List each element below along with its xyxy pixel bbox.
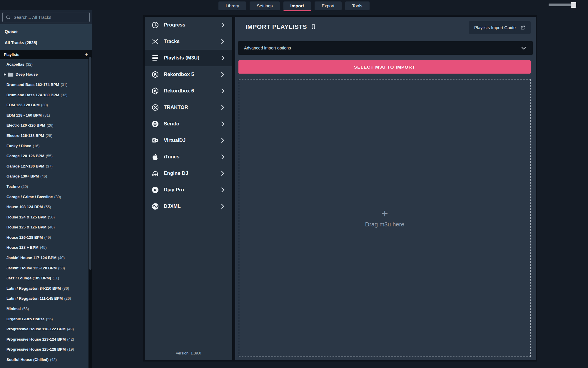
playlist-folder[interactable]: Deep House bbox=[0, 69, 92, 80]
playlist-name: House 128 + BPM bbox=[6, 245, 39, 250]
playlist-count: (36) bbox=[62, 286, 69, 291]
playlist-item[interactable]: Progressive House 123-124 BPM(42) bbox=[0, 334, 92, 344]
guide-button-label: Playlists Import Guide bbox=[474, 25, 516, 30]
playlist-count: (37) bbox=[46, 164, 53, 168]
playlist-name: Jackin' House 125-128 BPM bbox=[6, 266, 57, 270]
playlist-name: House 125 & 126 BPM bbox=[6, 225, 46, 229]
sidebar-scrollbar[interactable] bbox=[88, 56, 92, 368]
chevron-right-icon bbox=[219, 187, 226, 193]
playlist-item[interactable]: House 126-128 BPM(49) bbox=[0, 232, 92, 243]
import-source-tracks[interactable]: Tracks bbox=[145, 33, 232, 50]
playlist-item[interactable]: Drum and Bass 162-174 BPM(31) bbox=[0, 79, 92, 90]
search-box[interactable] bbox=[2, 12, 90, 22]
playlist-item[interactable]: Garage / Grime / Bassline(30) bbox=[0, 192, 92, 202]
add-playlist-button[interactable]: + bbox=[84, 52, 88, 58]
nav-tab-library[interactable]: Library bbox=[218, 1, 246, 10]
playlist-item[interactable]: Jackin' House 125-128 BPM(53) bbox=[0, 263, 92, 273]
playlist-item[interactable]: Progressive House 125-128 BPM(19) bbox=[0, 344, 92, 355]
playlist-item[interactable]: Minimal(63) bbox=[0, 304, 92, 314]
nav-tab-settings[interactable]: Settings bbox=[250, 1, 280, 10]
playlist-count: (42) bbox=[67, 337, 74, 342]
import-source-label: Engine DJ bbox=[164, 170, 219, 176]
nav-tab-export[interactable]: Export bbox=[315, 1, 341, 10]
traktor-icon bbox=[151, 104, 160, 111]
import-source-djay-pro[interactable]: Djay Pro bbox=[145, 182, 232, 198]
sidebar-scrollbar-thumb[interactable] bbox=[89, 57, 91, 270]
rekordbox-icon bbox=[151, 87, 160, 95]
playlist-item[interactable]: Garage 130+ BPM(46) bbox=[0, 171, 92, 182]
playlist-item[interactable]: House 125 & 126 BPM(48) bbox=[0, 222, 92, 233]
playlist-item[interactable]: Garage 120-126 BPM(55) bbox=[0, 151, 92, 161]
chevron-right-icon bbox=[219, 55, 226, 61]
sidebar-item-all-tracks-2525[interactable]: All Tracks (2525) bbox=[0, 37, 92, 48]
playlist-name: EDM 128 - 160 BPM bbox=[6, 113, 42, 117]
page-title: IMPORT PLAYLISTS bbox=[245, 23, 307, 30]
import-source-itunes[interactable]: iTunes bbox=[145, 149, 232, 165]
playlists-import-guide-button[interactable]: Playlists Import Guide bbox=[469, 21, 531, 34]
chevron-right-icon bbox=[219, 71, 226, 78]
playlist-item[interactable]: Latin / Reggaeton 84-110 BPM(36) bbox=[0, 283, 92, 294]
playlist-item[interactable]: Progressive House 118-122 BPM(49) bbox=[0, 324, 92, 334]
chevron-right-icon bbox=[219, 88, 226, 94]
playlist-item[interactable]: Funky / Disco(16) bbox=[0, 141, 92, 151]
m3u-dropzone[interactable]: + Drag m3u here bbox=[239, 79, 531, 357]
playlist-name: Latin / Reggaeton 84-110 BPM bbox=[6, 286, 61, 291]
playlist-count: (50) bbox=[48, 215, 55, 219]
djxml-icon bbox=[151, 203, 160, 210]
playlist-item[interactable]: Organic / Afro House(55) bbox=[0, 314, 92, 324]
import-source-label: Progress bbox=[164, 22, 219, 28]
chevron-right-icon bbox=[219, 154, 226, 160]
tracks-shuffle-icon bbox=[151, 38, 160, 45]
playlist-name: Garage 127-130 BPM bbox=[6, 164, 44, 168]
playlist-name: Garage / Grime / Bassline bbox=[6, 195, 53, 199]
playlist-item[interactable]: Drum and Bass 174-180 BPM(32) bbox=[0, 90, 92, 100]
playlist-count: (55) bbox=[44, 205, 51, 209]
playlist-list: Acapellas(32)Deep HouseDrum and Bass 162… bbox=[0, 59, 92, 368]
import-source-label: Serato bbox=[164, 121, 219, 127]
nav-tab-tools[interactable]: Tools bbox=[345, 1, 370, 10]
import-source-serato[interactable]: Serato bbox=[145, 116, 232, 132]
playlist-item[interactable]: EDM 128 - 160 BPM(31) bbox=[0, 110, 92, 120]
import-source-traktor[interactable]: TRAKTOR bbox=[145, 99, 232, 116]
playlist-item[interactable]: Garage 127-130 BPM(37) bbox=[0, 161, 92, 171]
import-source-virtualdj[interactable]: VirtualDJ bbox=[145, 132, 232, 149]
playlist-item[interactable]: Jazz / Lounge (105 BPM)(11) bbox=[0, 273, 92, 283]
playlist-count: (32) bbox=[26, 62, 33, 67]
import-source-engine-dj[interactable]: Engine DJ bbox=[145, 165, 232, 182]
chevron-right-icon bbox=[219, 104, 226, 111]
import-source-progress[interactable]: Progress bbox=[145, 17, 232, 33]
import-source-rekordbox-6[interactable]: Rekordbox 6 bbox=[145, 83, 232, 99]
import-source-playlists-m3u[interactable]: Playlists (M3U) bbox=[145, 50, 232, 66]
bookmark-icon[interactable] bbox=[310, 24, 316, 30]
folder-icon bbox=[8, 72, 14, 77]
playlist-item[interactable]: Techno(20) bbox=[0, 181, 92, 192]
playlist-item[interactable]: Jackin' House 117-124 BPM(40) bbox=[0, 253, 92, 263]
playlist-item[interactable]: Soulful House (Deep)(33) bbox=[0, 365, 92, 368]
playlist-count: (26) bbox=[47, 123, 54, 127]
search-input[interactable] bbox=[14, 15, 86, 20]
playlist-name: House 124 & 125 BPM bbox=[6, 215, 46, 219]
playlist-item[interactable]: EDM 123-128 BPM(30) bbox=[0, 100, 92, 110]
sidebar-item-queue[interactable]: Queue bbox=[0, 26, 92, 37]
expand-triangle-icon[interactable] bbox=[4, 73, 6, 76]
chevron-right-icon bbox=[219, 121, 226, 127]
playlist-item[interactable]: Electro 120 -126 BPM(26) bbox=[0, 120, 92, 131]
nav-tab-import[interactable]: Import bbox=[283, 1, 311, 10]
playlist-name: House 108-124 BPM bbox=[6, 205, 43, 209]
import-source-djxml[interactable]: DJXML bbox=[145, 198, 232, 215]
playlist-count: (40) bbox=[58, 256, 65, 260]
playlist-name: Minimal bbox=[6, 306, 21, 311]
playlist-item[interactable]: Latin / Reggaeton 111-145 BPM(26) bbox=[0, 294, 92, 304]
playlist-item[interactable]: Electro 126-138 BPM(28) bbox=[0, 130, 92, 141]
playlist-item[interactable]: House 124 & 125 BPM(50) bbox=[0, 212, 92, 222]
playlist-name: Funky / Disco bbox=[6, 144, 31, 148]
playlist-item[interactable]: House 128 + BPM(45) bbox=[0, 243, 92, 253]
select-m3u-to-import-button[interactable]: SELECT M3U TO IMPORT bbox=[238, 60, 531, 74]
zoom-slider[interactable] bbox=[549, 4, 576, 6]
import-source-rekordbox-5[interactable]: Rekordbox 5 bbox=[145, 66, 232, 83]
playlist-item[interactable]: House 108-124 BPM(55) bbox=[0, 202, 92, 212]
playlist-item[interactable]: Acapellas(32) bbox=[0, 59, 92, 69]
zoom-slider-handle[interactable] bbox=[571, 2, 576, 8]
playlist-item[interactable]: Soulful House (Chilled)(42) bbox=[0, 354, 92, 365]
advanced-import-options-toggle[interactable]: Advanced import options bbox=[238, 41, 533, 55]
